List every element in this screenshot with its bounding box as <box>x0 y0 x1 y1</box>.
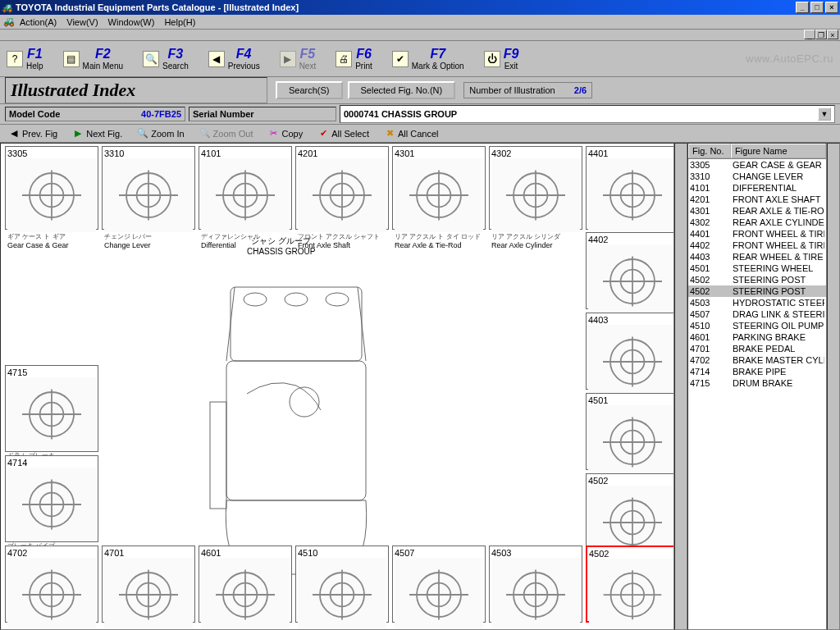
app-icon: 🚜 <box>2 2 13 13</box>
figure-list-row[interactable]: 4702BRAKE MASTER CYLINDER <box>688 354 826 366</box>
fig-thumb-4510[interactable]: 4510ステアリング オイル ポンプSteering Oil Pump <box>295 546 389 623</box>
canvas-scrollbar[interactable] <box>674 143 687 630</box>
main menu-icon: ▤ <box>63 51 80 67</box>
fig-thumb-3310[interactable]: 3310チェンジ レバーChange Lever <box>102 146 195 230</box>
figure-list-row[interactable]: 4715DRUM BRAKE <box>688 377 826 389</box>
fig-thumb-4402[interactable]: 4402フロント ホイール ト タイヤ (ダブル)Front Wheel & T… <box>586 232 674 309</box>
fig-thumb-4714[interactable]: 4714ブレーキ パイプBrake Pipe <box>5 455 98 542</box>
figure-list-row[interactable]: 4302REAR AXLE CYLINDER <box>688 217 826 228</box>
page-title: Illustrated Index <box>5 77 267 103</box>
figure-list-row[interactable]: 4502STEERING POST <box>688 285 826 297</box>
maximize-button[interactable]: □ <box>810 2 824 13</box>
view-zoom-in-button[interactable]: 🔍Zoom In <box>134 126 187 141</box>
svg-rect-1 <box>226 361 366 500</box>
main-area: シャシ グループ CHASSIS GROUP 0000-741 <box>0 143 840 630</box>
model-serial-row: Model Code 40-7FB25 Serial Number 000074… <box>0 104 840 125</box>
view-all-cancel-button[interactable]: ✖All Cancel <box>381 126 442 141</box>
svg-point-5 <box>285 293 308 306</box>
svg-point-6 <box>326 293 349 306</box>
toolbar-print-button[interactable]: 🖨F6Print <box>336 47 372 71</box>
search-button[interactable]: Search(S) <box>276 81 343 99</box>
toolbar-exit-button[interactable]: ⏻F9Exit <box>484 47 519 71</box>
figure-list-row[interactable]: 3305GEAR CASE & GEAR <box>688 159 826 171</box>
view-toolbar: ◀Prev. Fig▶Next Fig.🔍Zoom In🔍Zoom Out✂Co… <box>0 125 840 143</box>
fig-thumb-4401[interactable]: 4401フロント ホイール ト タイヤ (シングル)Front Wheel & … <box>586 146 674 230</box>
header-row: Illustrated Index Search(S) Selected Fig… <box>0 77 840 104</box>
menu-action[interactable]: Action(A) <box>20 17 57 27</box>
menu-help[interactable]: Help(H) <box>164 17 195 27</box>
close-button[interactable]: × <box>825 2 838 13</box>
figure-list-row[interactable]: 4403REAR WHEEL & TIRE <box>688 251 826 262</box>
group-dropdown[interactable]: 0000741 CHASSIS GROUP ▼ <box>340 105 835 123</box>
figure-list-panel: Fig. No. Figure Name 3305GEAR CASE & GEA… <box>687 143 827 630</box>
toolbar-next-button: ▶F5Next <box>280 47 317 71</box>
mdi-controls: _ ❐ × <box>0 30 840 41</box>
illustration-canvas[interactable]: シャシ グループ CHASSIS GROUP 0000-741 <box>0 143 674 630</box>
figure-list-header: Fig. No. Figure Name <box>688 144 826 159</box>
figure-list-row[interactable]: 4101DIFFERENTIAL <box>688 182 826 194</box>
toolbar-mark-option-button[interactable]: ✔F7Mark & Option <box>392 47 464 71</box>
figure-list-row[interactable]: 4301REAR AXLE & TIE-ROD <box>688 205 826 217</box>
figure-list-row[interactable]: 3310CHANGE LEVER <box>688 171 826 182</box>
mdi-minimize-button[interactable]: _ <box>804 30 815 39</box>
toolbar-help-button[interactable]: ?F1Help <box>7 47 43 71</box>
fig-thumb-4501[interactable]: 4501ステアリング ホイールSteering Wheel <box>586 393 674 470</box>
figure-list-row[interactable]: 4401FRONT WHEEL & TIRE <box>688 228 826 240</box>
serial-number-label: Serial Number <box>193 109 254 119</box>
toolbar-search-button[interactable]: 🔍F3Search <box>143 47 189 71</box>
view-copy-button[interactable]: ✂Copy <box>264 126 306 141</box>
figure-list-row[interactable]: 4714BRAKE PIPE <box>688 366 826 377</box>
view-next-fig--button[interactable]: ▶Next Fig. <box>69 126 126 141</box>
toolbar: ?F1Help▤F2Main Menu🔍F3Search◀F4Previous▶… <box>0 41 840 77</box>
toolbar-previous-button[interactable]: ◀F4Previous <box>208 47 260 71</box>
search-icon: 🔍 <box>143 51 159 67</box>
fig-thumb-4601[interactable]: 4601パーキング ブレーキParking Brake <box>199 546 292 623</box>
mdi-close-button[interactable]: × <box>827 30 838 39</box>
fig-thumb-4503[interactable]: 4503ハイドロスタティック ステアリング バルブHydrostatic Ste… <box>489 546 582 623</box>
figure-list-row[interactable]: 4701BRAKE PEDAL <box>688 343 826 354</box>
figure-list-row[interactable]: 4507DRAG LINK & STEERING <box>688 308 826 320</box>
fig-thumb-4101[interactable]: 4101ディファレンシャルDifferential <box>199 146 292 230</box>
col-fig-no[interactable]: Fig. No. <box>688 144 731 158</box>
figure-list-row[interactable]: 4501STEERING WHEEL <box>688 262 826 274</box>
figure-list-row[interactable]: 4510STEERING OIL PUMP <box>688 320 826 331</box>
figure-list-row[interactable]: 4503HYDROSTATIC STEERING <box>688 297 826 308</box>
toolbar-main-menu-button[interactable]: ▤F2Main Menu <box>63 47 123 71</box>
fig-thumb-4702[interactable]: 4702ブレーキ マスタ シリンダBrake Master Cylinder <box>5 546 98 623</box>
fig-thumb-4301[interactable]: 4301リア アクスル ト タイ ロッドRear Axle & Tie-Rod <box>392 146 486 230</box>
fig-thumb-4502[interactable]: 4502ステアリング ポストSteering Post <box>586 473 674 550</box>
view-all-select-button[interactable]: ✔All Select <box>314 126 372 141</box>
app-menu-icon[interactable]: 🚜 <box>3 16 15 27</box>
watermark: www.AutoEPC.ru <box>746 52 833 65</box>
col-fig-name[interactable]: Figure Name <box>731 144 826 158</box>
fig-thumb-4701[interactable]: 4701ブレーキ ペダルBrake Pedal <box>102 546 195 623</box>
fig-thumb-4403[interactable]: 4403リア ホイール ト タイヤRear Wheel & Tire <box>586 313 674 390</box>
svg-rect-0 <box>231 287 362 361</box>
figure-list-row[interactable]: 4201FRONT AXLE SHAFT <box>688 194 826 205</box>
help-icon: ? <box>7 51 23 67</box>
fig-thumb-4302[interactable]: 4302リア アクスル シリンダRear Axle Cylinder <box>489 146 582 230</box>
svg-rect-11 <box>210 402 226 509</box>
figure-list-row[interactable]: 4502STEERING POST <box>688 274 826 285</box>
view-zoom-out-button: 🔍Zoom Out <box>196 126 257 141</box>
mdi-restore-button[interactable]: ❐ <box>815 30 827 39</box>
fig-thumb-4507[interactable]: 4507ドラッグリンク ト ステアリング パイピングDraglink & Ste… <box>392 546 486 623</box>
fig-thumb-4502[interactable]: 4502ステアリング ポストSteering Post <box>586 546 674 623</box>
figure-list-body: 3305GEAR CASE & GEAR3310CHANGE LEVER4101… <box>688 159 826 629</box>
window-title: TOYOTA Industrial Equipment Parts Catalo… <box>16 2 299 12</box>
num-ill-label: Number of Illustration <box>469 85 555 95</box>
menu-window[interactable]: Window(W) <box>108 17 155 27</box>
group-dropdown-value: 0000741 CHASSIS GROUP <box>344 109 457 119</box>
fig-thumb-4715[interactable]: 4715ドラム ブレーキDrum Brake <box>5 365 98 452</box>
minimize-button[interactable]: _ <box>796 2 809 13</box>
model-code-value: 40-7FB25 <box>141 109 181 119</box>
selected-fig-button[interactable]: Selected Fig. No.(N) <box>348 81 456 99</box>
fig-thumb-3305[interactable]: 3305ギア ケース ト ギアGear Case & Gear <box>5 146 98 230</box>
figure-list-row[interactable]: 4601PARKING BRAKE <box>688 331 826 343</box>
side-scrollbar[interactable] <box>827 143 840 630</box>
menu-view[interactable]: View(V) <box>66 17 98 27</box>
window-title-bar: 🚜 TOYOTA Industrial Equipment Parts Cata… <box>0 0 840 15</box>
view-prev-fig-button[interactable]: ◀Prev. Fig <box>5 126 61 141</box>
fig-thumb-4201[interactable]: 4201フロント アクスル シャフトFront Axle Shaft <box>295 146 389 230</box>
figure-list-row[interactable]: 4402FRONT WHEEL & TIRE <box>688 240 826 251</box>
